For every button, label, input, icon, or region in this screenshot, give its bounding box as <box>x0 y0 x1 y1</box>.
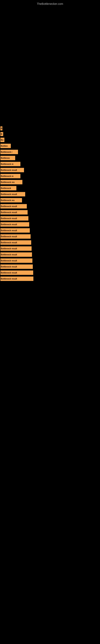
bar-label-26: Bottleneck result <box>0 278 17 280</box>
bar-fill-5: Bottleneck r <box>0 150 18 154</box>
bar-row-12: Bottleneck result <box>0 192 100 196</box>
bar-row-14: Bottleneck result <box>0 204 100 208</box>
bar-row-11: Bottleneck <box>0 186 100 190</box>
bar-row-25: Bottleneck result <box>0 270 100 275</box>
bar-row-10: Bottleneck res <box>0 180 100 184</box>
bar-row-4: Bottlen <box>0 144 100 148</box>
bar-label-21: Bottleneck result <box>0 248 17 250</box>
bar-fill-15: Bottleneck result <box>0 210 28 214</box>
bar-fill-25: Bottleneck result <box>0 270 33 275</box>
bar-label-17: Bottleneck result <box>0 224 17 226</box>
bar-label-19: Bottleneck result <box>0 236 17 238</box>
bar-fill-20: Bottleneck result <box>0 240 31 245</box>
bar-row-1: B <box>0 126 100 130</box>
bar-row-17: Bottleneck result <box>0 222 100 226</box>
page-wrapper: TheBottlenecker.com B B Bo Bottlen <box>0 0 100 644</box>
bar-row-15: Bottleneck result <box>0 210 100 214</box>
bar-fill-3: Bo <box>0 138 4 142</box>
bar-fill-1: B <box>0 126 2 130</box>
bar-row-23: Bottleneck result <box>0 258 100 263</box>
bar-label-3: Bo <box>0 139 4 141</box>
bar-fill-26: Bottleneck result <box>0 276 33 281</box>
bar-fill-9: Bottleneck re <box>0 174 20 178</box>
bar-label-18: Bottleneck result <box>0 230 17 232</box>
bar-label-22: Bottleneck result <box>0 254 17 256</box>
bar-fill-2: B <box>0 132 3 136</box>
site-title-text: TheBottlenecker.com <box>37 2 63 6</box>
chart-black-area <box>0 7 100 124</box>
bar-label-4: Bottlen <box>0 145 8 147</box>
bar-row-7: Bottleneck re <box>0 162 100 166</box>
bar-row-16: Bottleneck result <box>0 216 100 220</box>
bar-fill-22: Bottleneck result <box>0 252 32 257</box>
bar-fill-17: Bottleneck result <box>0 222 29 226</box>
bar-label-16: Bottleneck result <box>0 217 17 220</box>
bar-label-8: Bottleneck result <box>0 169 17 171</box>
bar-label-9: Bottleneck re <box>0 175 14 177</box>
bar-label-13: Bottleneck res <box>0 199 15 202</box>
bar-fill-6: Bottlenec <box>0 156 15 160</box>
bar-label-24: Bottleneck result <box>0 266 17 268</box>
bar-row-8: Bottleneck result <box>0 168 100 172</box>
bar-fill-19: Bottleneck result <box>0 234 31 239</box>
bar-label-2: B <box>0 133 2 135</box>
bar-fill-12: Bottleneck result <box>0 192 25 196</box>
bar-label-25: Bottleneck result <box>0 272 17 274</box>
bars-container: B B Bo Bottlen Bottleneck r <box>0 124 100 281</box>
bottom-space <box>0 282 100 444</box>
bar-label-1: B <box>0 128 2 130</box>
site-title: TheBottlenecker.com <box>0 0 100 7</box>
bar-label-12: Bottleneck result <box>0 193 17 196</box>
bar-fill-10: Bottleneck res <box>0 180 22 184</box>
bar-label-20: Bottleneck result <box>0 242 17 244</box>
bar-row-19: Bottleneck result <box>0 234 100 239</box>
bar-row-2: B <box>0 132 100 136</box>
bar-label-7: Bottleneck re <box>0 163 14 165</box>
bar-fill-13: Bottleneck res <box>0 198 22 202</box>
bar-row-3: Bo <box>0 138 100 142</box>
bar-label-10: Bottleneck res <box>0 181 15 183</box>
bar-label-5: Bottleneck r <box>0 151 13 153</box>
bar-row-6: Bottlenec <box>0 156 100 160</box>
bar-fill-14: Bottleneck result <box>0 204 27 208</box>
bar-row-9: Bottleneck re <box>0 174 100 178</box>
bar-fill-8: Bottleneck result <box>0 168 24 172</box>
bar-row-20: Bottleneck result <box>0 240 100 245</box>
bar-label-14: Bottleneck result <box>0 205 17 208</box>
bar-fill-11: Bottleneck <box>0 186 16 190</box>
bar-fill-7: Bottleneck re <box>0 162 20 166</box>
bar-fill-16: Bottleneck result <box>0 216 28 220</box>
bar-fill-21: Bottleneck result <box>0 246 32 251</box>
bar-row-22: Bottleneck result <box>0 252 100 257</box>
bar-label-11: Bottleneck <box>0 187 11 190</box>
bar-row-26: Bottleneck result <box>0 276 100 281</box>
bar-row-5: Bottleneck r <box>0 150 100 154</box>
bar-label-6: Bottlenec <box>0 157 10 159</box>
bar-fill-24: Bottleneck result <box>0 264 33 269</box>
bar-row-21: Bottleneck result <box>0 246 100 251</box>
bar-row-13: Bottleneck res <box>0 198 100 202</box>
bar-label-23: Bottleneck result <box>0 260 17 262</box>
bar-row-24: Bottleneck result <box>0 264 100 269</box>
bar-fill-18: Bottleneck result <box>0 228 30 233</box>
bar-row-18: Bottleneck result <box>0 228 100 233</box>
bar-label-15: Bottleneck result <box>0 211 17 214</box>
bar-fill-23: Bottleneck result <box>0 258 32 263</box>
bar-fill-4: Bottlen <box>0 144 11 148</box>
